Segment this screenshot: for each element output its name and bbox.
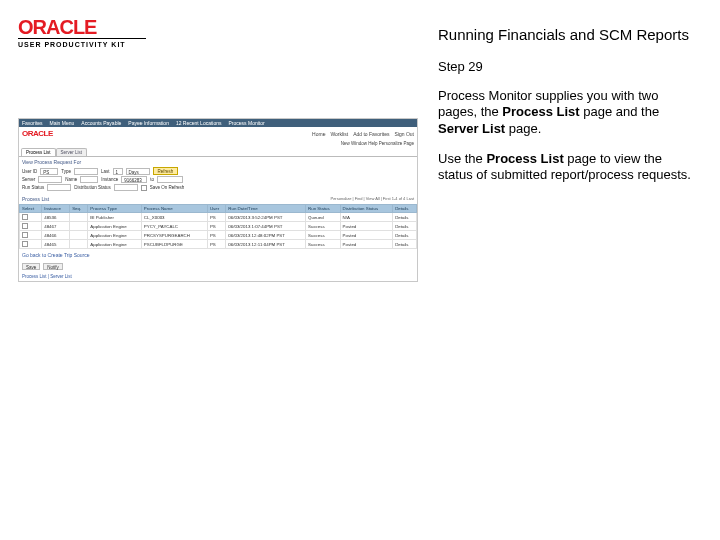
col-details[interactable]: Details [393,205,417,213]
cell-pname: PYCY_PAYCALC [141,222,207,231]
filter-row-1: User ID PS Type Last 1 Days Refresh [22,167,414,175]
step-label: Step 29 [438,59,698,74]
nav-signout[interactable]: Sign Out [395,131,414,137]
table-row: 48465 Application Engine PSCUBFLDPURGE P… [20,240,417,249]
cell-user: PS [207,240,225,249]
top-right-links[interactable]: New Window Help Personalize Page [19,140,417,147]
instance-label: Instance [101,177,118,182]
paragraph-1: Process Monitor supplies you with two pa… [438,88,698,137]
col-seq[interactable]: Seq. [70,205,88,213]
cell-ptype: Application Engine [88,231,141,240]
cell-pname: PRCSYSPURGEARCH [141,231,207,240]
cell-dstat: N/A [340,213,393,222]
list-header: Process List Personalize | Find | View A… [19,194,417,204]
tab-server-list[interactable]: Server List [56,148,88,156]
page-tabs: Process List Server List [19,148,417,156]
row-checkbox[interactable] [22,241,28,247]
page-title: Running Financials and SCM Reports [438,20,698,43]
cell-instance[interactable]: 48536 [42,213,70,222]
save-button[interactable]: Save [22,263,40,270]
paragraph-2: Use the Process List page to view the st… [438,151,698,184]
cell-seq [70,222,88,231]
notify-button[interactable]: Notify [43,263,63,270]
breadcrumb-item[interactable]: Payee Information [128,120,169,126]
name-label: Name [65,177,77,182]
diststatus-label: Distribution Status [74,185,111,190]
app-screenshot: Favorites Main Menu Accounts Payable Pay… [18,118,418,282]
refresh-button[interactable]: Refresh [153,167,179,175]
cell-ptype: Application Engine [88,222,141,231]
user-label: User ID [22,169,37,174]
logo-rule [18,38,146,39]
col-user[interactable]: User [207,205,225,213]
cell-seq [70,240,88,249]
cell-dstat: Posted [340,222,393,231]
cell-rstat: Queued [306,213,341,222]
cell-details[interactable]: Details [393,222,417,231]
nav-home[interactable]: Home [312,131,325,137]
cell-seq [70,231,88,240]
right-column: Running Financials and SCM Reports Step … [430,0,720,540]
cell-pname: CL_X0003 [141,213,207,222]
col-pname[interactable]: Process Name [141,205,207,213]
list-title: Process List [22,196,49,202]
col-instance[interactable]: Instance [42,205,70,213]
breadcrumb-item[interactable]: Main Menu [50,120,75,126]
nav-favorites[interactable]: Add to Favorites [353,131,389,137]
col-rstat[interactable]: Run Status [306,205,341,213]
unit-select[interactable]: Days [126,168,150,175]
diststatus-select[interactable] [114,184,138,191]
last-label: Last [101,169,110,174]
footer-buttons: Save Notify [19,261,417,272]
last-field[interactable]: 1 [113,168,123,175]
banner-logo: ORACLE [22,129,53,138]
banner-nav: Home Worklist Add to Favorites Sign Out [312,131,414,137]
col-select[interactable]: Select [20,205,42,213]
cell-ptype: BI Publisher [88,213,141,222]
cell-instance[interactable]: 48465 [42,240,70,249]
cell-dt: 06/03/2013 3:52:24PM PST [226,213,306,222]
list-range[interactable]: Personalize | Find | View All | First 1-… [330,196,414,202]
runstatus-select[interactable] [47,184,71,191]
type-select[interactable] [74,168,98,175]
instance-to-field[interactable] [157,176,183,183]
left-column: ORACLE USER PRODUCTIVITY KIT Favorites M… [0,0,430,540]
breadcrumb: Favorites Main Menu Accounts Payable Pay… [19,119,417,127]
cell-instance[interactable]: 48467 [42,222,70,231]
go-back-link[interactable]: Go back to Create Trip Source [19,249,417,261]
cell-ptype: Application Engine [88,240,141,249]
runstatus-label: Run Status [22,185,44,190]
bottom-tab-links[interactable]: Process List | Server List [19,272,417,281]
col-rundate[interactable]: Run Date/Time [226,205,306,213]
cell-user: PS [207,222,225,231]
breadcrumb-item[interactable]: 12 Recent Locations [176,120,222,126]
save-on-refresh-checkbox[interactable] [141,185,147,191]
table-row: 48467 Application Engine PYCY_PAYCALC PS… [20,222,417,231]
cell-details[interactable]: Details [393,240,417,249]
row-checkbox[interactable] [22,223,28,229]
breadcrumb-item[interactable]: Favorites [22,120,43,126]
breadcrumb-item[interactable]: Process Monitor [229,120,265,126]
user-field[interactable]: PS [40,168,58,175]
banner: ORACLE Home Worklist Add to Favorites Si… [19,127,417,140]
nav-worklist[interactable]: Worklist [330,131,348,137]
cell-instance[interactable]: 48466 [42,231,70,240]
name-field[interactable] [80,176,98,183]
row-checkbox[interactable] [22,214,28,220]
row-checkbox[interactable] [22,232,28,238]
filter-row-2: Server Name Instance 9166283 to [22,176,414,183]
cell-details[interactable]: Details [393,213,417,222]
col-ptype[interactable]: Process Type [88,205,141,213]
cell-dt: 06/03/2013 12:48:02PM PST [226,231,306,240]
cell-details[interactable]: Details [393,231,417,240]
breadcrumb-item[interactable]: Accounts Payable [81,120,121,126]
description: Process Monitor supplies you with two pa… [438,88,698,183]
instance-field[interactable]: 9166283 [121,176,147,183]
filter-title: View Process Request For [22,159,414,165]
server-label: Server [22,177,35,182]
cell-dstat: Posted [340,240,393,249]
tab-process-list[interactable]: Process List [21,148,56,156]
cell-dt: 06/03/2013 1:07:44PM PST [226,222,306,231]
server-select[interactable] [38,176,62,183]
col-dstat[interactable]: Distribution Status [340,205,393,213]
